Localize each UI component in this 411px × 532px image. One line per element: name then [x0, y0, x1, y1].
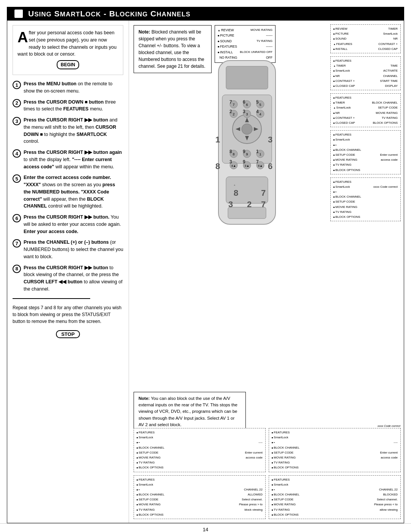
- svg-text:2: 2: [229, 109, 232, 114]
- page-number: 14: [0, 523, 411, 532]
- svg-text:8: 8: [215, 161, 220, 171]
- svg-text:3: 3: [268, 135, 272, 144]
- step-1-number: 1: [13, 81, 21, 89]
- repeat-text: Repeat steps 7 and 8 for any other chann…: [13, 304, 123, 325]
- svg-text:6: 6: [246, 103, 248, 107]
- menu-screen-bl2: ■ FEATURES ■ SmartLock ■ •CHANNEL 22 ■ B…: [134, 475, 266, 519]
- menu-screen-r3: ■ FEATURES ■ TIMERBLOCK CHANNEL ▲ SmartL…: [330, 93, 401, 127]
- menu-screen-br2: ■ FEATURES ■ SmartLock ■ •CHANNEL 22 ■ B…: [269, 475, 401, 519]
- note2-text: You can also block out the use of the A/…: [139, 396, 237, 427]
- svg-text:3▲: 3▲: [245, 164, 249, 168]
- divider: [13, 298, 90, 299]
- svg-text:4: 4: [256, 109, 259, 114]
- svg-text:+: +: [234, 184, 236, 187]
- left-column: A fter your personal access code has bee…: [7, 21, 129, 523]
- svg-text:2: 2: [233, 112, 234, 116]
- step-1: 1 Press the MENU button on the remote to…: [13, 80, 123, 95]
- step-5-text: Enter the correct access code number. "X…: [24, 174, 123, 210]
- step-5-number: 5: [13, 174, 21, 183]
- svg-text:6: 6: [243, 99, 245, 105]
- svg-text:9: 9: [243, 149, 245, 154]
- page-header: Using SmartLock - Blocking Channels: [7, 7, 404, 21]
- step-7: 7 Press the CHANNEL (+) or (–) buttons (…: [13, 239, 123, 260]
- step-2-text: Press the CURSOR DOWN ■ button three tim…: [24, 99, 123, 113]
- main-content: A fter your personal access code has bee…: [7, 21, 404, 523]
- svg-text:1: 1: [259, 152, 261, 156]
- svg-text:1: 1: [256, 149, 259, 154]
- note1-title: Note:: [139, 29, 150, 35]
- svg-text:3: 3: [229, 159, 232, 165]
- step-7-number: 7: [13, 239, 21, 248]
- svg-text:1: 1: [215, 135, 220, 144]
- note2-title: Note:: [139, 396, 150, 401]
- svg-text:6: 6: [268, 161, 272, 171]
- step-3: 3 Press the CURSOR RIGHT ▶▶ button and t…: [13, 117, 123, 145]
- menu-screen-initial: ▲ REVIEWMOVIE RATING ■ PICTURE------ ■ S…: [215, 25, 276, 63]
- svg-text:7: 7: [233, 103, 234, 107]
- svg-text:6▲: 6▲: [258, 164, 263, 168]
- bottom-screens-grid: ■ FEATURES ■ SmartLock ■ •---- ■ BLOCK C…: [134, 428, 401, 519]
- step-3-text: Press the CURSOR RIGHT ▶▶ button and the…: [24, 117, 123, 145]
- step-3-number: 3: [13, 117, 21, 125]
- begin-badge: BEGIN: [57, 60, 79, 69]
- svg-text:7: 7: [261, 188, 266, 198]
- step-6: 6 Press the CURSOR RIGHT ▶▶ button. You …: [13, 214, 123, 235]
- right-screens-column: ■ REVIEWTIMER ■ PICTURESmartLock ■ SOUND…: [330, 24, 401, 221]
- step-4-number: 4: [13, 149, 21, 158]
- step-5: 5 Enter the correct access code number. …: [13, 174, 123, 210]
- intro-text: fter your personal access code has been …: [18, 30, 116, 57]
- tv-icon: [14, 10, 23, 18]
- svg-text:7: 7: [256, 159, 259, 165]
- svg-text:7: 7: [261, 200, 266, 209]
- menu-screen-r4: ■ FEATURES ■ SmartLock ■ • ■ BLOCK CHANN…: [330, 130, 401, 174]
- svg-text:2: 2: [247, 200, 252, 209]
- svg-text:9: 9: [246, 152, 248, 156]
- intro-box: A fter your personal access code has bee…: [13, 25, 123, 75]
- step-8-text: Press the CURSOR RIGHT ▶▶ button to bloc…: [24, 264, 123, 293]
- step-4-text: Press the CURSOR RIGHT ▶▶ button again t…: [24, 149, 123, 170]
- menu-screen-r1: ■ REVIEWTIMER ■ PICTURESmartLock ■ SOUND…: [330, 24, 401, 53]
- note1-text: Blocked channels will be skipped when yo…: [139, 29, 205, 69]
- step-2: 2 Press the CURSOR DOWN ■ button three t…: [13, 99, 123, 113]
- stop-badge: STOP: [56, 330, 80, 338]
- svg-text:8: 8: [234, 188, 238, 198]
- note-box-2: Note: You can also block out the use of …: [134, 392, 246, 431]
- svg-text:3: 3: [243, 109, 245, 114]
- svg-text:9: 9: [243, 159, 245, 165]
- step-6-text: Press the CURSOR RIGHT ▶▶ button. You wi…: [24, 214, 123, 235]
- svg-text:3: 3: [246, 112, 248, 116]
- svg-rect-1: [226, 66, 268, 89]
- svg-text:7: 7: [229, 99, 232, 105]
- menu-screen-r2: ■ FEATURES ▲ TIMERTIME ■ SmartLockACTIVA…: [330, 56, 401, 90]
- stop-area: STOP: [13, 330, 123, 338]
- svg-text:4▲: 4▲: [231, 164, 236, 168]
- menu-screen-r5: ■ FEATURES ■ SmartLockxxxx Code correct …: [330, 177, 401, 222]
- svg-point-4: [242, 124, 252, 134]
- step-6-number: 6: [13, 214, 21, 222]
- step-8: 8 Press the CURSOR RIGHT ▶▶ button to bl…: [13, 264, 123, 293]
- step-2-number: 2: [13, 99, 21, 107]
- right-column: Note: Blocked channels will be skipped w…: [129, 21, 404, 523]
- svg-text:4: 4: [259, 112, 261, 116]
- page-title: Using SmartLock - Blocking Channels: [28, 9, 191, 18]
- menu-screen-bl1: ■ FEATURES ■ SmartLock ■ •---- ■ BLOCK C…: [134, 428, 266, 472]
- step-1-text: Press the MENU button on the remote to s…: [24, 80, 123, 95]
- svg-text:8: 8: [229, 149, 232, 154]
- menu-screen-br1: xxxx Code correct ■ FEATURES ■ SmartLock…: [269, 428, 401, 472]
- svg-text:5: 5: [259, 103, 261, 107]
- svg-text:5: 5: [256, 99, 259, 105]
- svg-text:3: 3: [228, 200, 233, 209]
- step-7-text: Press the CHANNEL (+) or (–) buttons (or…: [24, 239, 123, 260]
- remote-control: 7 6 5 2 3 4 8 9 1 4▲: [203, 59, 291, 230]
- svg-text:8: 8: [233, 152, 234, 156]
- note-box-1: Note: Blocked channels will be skipped w…: [134, 25, 212, 73]
- step-4: 4 Press the CURSOR RIGHT ▶▶ button again…: [13, 149, 123, 170]
- step-8-number: 8: [13, 265, 21, 273]
- intro-letter: A: [18, 30, 28, 45]
